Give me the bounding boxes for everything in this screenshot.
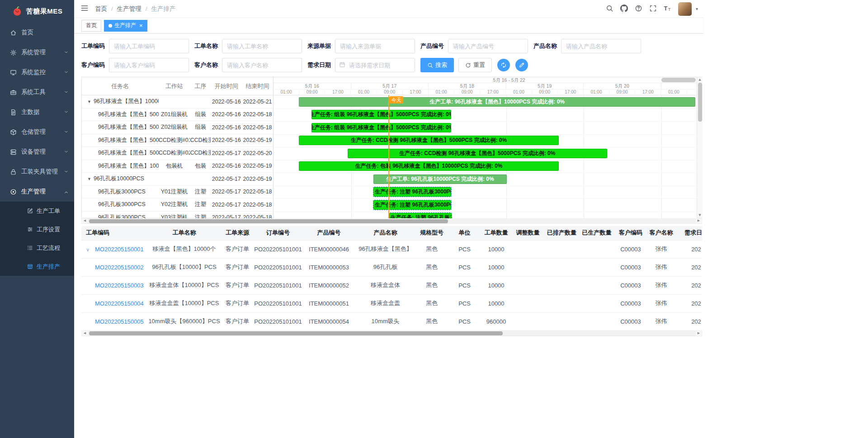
gantt-bar[interactable]: 生产任务: CCD检测 96孔移液盒【黑色】5000PCS 完成比例: 0% bbox=[299, 136, 559, 145]
tab-首页[interactable]: 首页 bbox=[81, 20, 101, 32]
gantt-task-row[interactable]: ▼96孔移液盒【黑色】10000PCS2022-05-162022-05-21 bbox=[82, 95, 273, 108]
scrollbar-track[interactable] bbox=[88, 331, 696, 336]
gantt-bar[interactable]: 生产任务: 注塑 96孔孔板3000PCS 完成比例: 0% bbox=[373, 187, 451, 197]
order-row[interactable]: MO202205150004移液盒盒盖【10000】PCS客户订单PO20220… bbox=[81, 294, 702, 312]
sidebar-item-system-monitor[interactable]: 系统监控 bbox=[0, 62, 74, 82]
customer-code-input[interactable] bbox=[109, 58, 189, 72]
sidebar-item-production-scheduling[interactable]: 生产排产 bbox=[0, 257, 74, 276]
help-icon[interactable] bbox=[635, 5, 642, 14]
row-expand-icon[interactable]: ∨ bbox=[86, 247, 95, 253]
search-icon[interactable] bbox=[606, 5, 613, 14]
search-button[interactable]: 搜索 bbox=[420, 58, 454, 72]
sidebar-item-process-flow[interactable]: 工艺流程 bbox=[0, 239, 74, 257]
scrollbar-thumb[interactable] bbox=[698, 83, 702, 122]
sidebar-item-system-tools[interactable]: 系统工具 bbox=[0, 82, 74, 102]
sidebar-item-fixture-management[interactable]: 工装夹具管理 bbox=[0, 162, 74, 182]
gantt-bar[interactable]: 生产工单: 96孔孔板10000PCS 完成比例: 0% bbox=[373, 174, 507, 184]
filter-label: 产品编号 bbox=[420, 42, 444, 50]
scroll-right-icon[interactable]: ▶ bbox=[696, 332, 702, 335]
gantt-day-header: 5月 19 bbox=[506, 83, 584, 89]
user-avatar[interactable] bbox=[678, 2, 692, 16]
sidebar-item-warehouse-management[interactable]: 仓储管理 bbox=[0, 122, 74, 142]
caret-down-icon[interactable]: ▾ bbox=[696, 6, 698, 11]
gantt-task-row[interactable]: ▼96孔孔板10000PCS2022-05-172022-05-19 bbox=[82, 173, 273, 186]
gantt-day-header: 5月 16 bbox=[274, 83, 351, 89]
font-size-icon[interactable]: TT bbox=[664, 5, 671, 14]
scroll-down-icon[interactable]: ▼ bbox=[698, 214, 701, 217]
workorder-link[interactable]: MO202205150002 bbox=[95, 264, 144, 271]
product-name-input[interactable] bbox=[561, 39, 641, 53]
gantt-day-filler bbox=[661, 83, 697, 89]
scroll-left-icon[interactable]: ◀ bbox=[82, 219, 88, 222]
scroll-right-icon[interactable]: ▶ bbox=[696, 219, 702, 222]
scrollbar-thumb[interactable] bbox=[89, 219, 448, 223]
gantt-task-row[interactable]: 96孔移液盒【黑色】10000PCS包装机包装2022-05-162022-05… bbox=[82, 160, 273, 173]
scrollbar-track[interactable] bbox=[88, 218, 696, 223]
gantt-task-row[interactable]: 96孔移液盒【黑色】5000PCSCCD检测#01CCD检测2022-05-16… bbox=[82, 134, 273, 147]
close-icon[interactable]: × bbox=[139, 23, 143, 28]
sidebar-item-system-management[interactable]: 系统管理 bbox=[0, 42, 74, 62]
breadcrumb-item[interactable]: 生产管理 bbox=[117, 5, 142, 13]
sidebar-item-home[interactable]: 首页 bbox=[0, 23, 74, 42]
scroll-left-icon[interactable]: ◀ bbox=[82, 332, 88, 335]
sidebar-item-label: 首页 bbox=[21, 28, 33, 37]
workorder-link[interactable]: MO202205150004 bbox=[95, 300, 144, 307]
gantt-task-row[interactable]: 96孔孔板3000PCSY01注塑机注塑2022-05-172022-05-18 bbox=[82, 186, 273, 199]
gantt-task-name: 96孔移液盒【黑色】5000PCS bbox=[82, 149, 159, 157]
gantt-vertical-scrollbar[interactable]: ▲ ▼ bbox=[697, 77, 703, 218]
breadcrumb-item[interactable]: 首页 bbox=[95, 5, 107, 13]
order-cell: MO202205150005 bbox=[81, 312, 147, 330]
app-logo[interactable]: 苦糖果MES bbox=[0, 0, 74, 23]
tree-expand-icon[interactable]: ▼ bbox=[87, 177, 91, 181]
orders-table: 工单编码工单名称工单来源订单编号产品编号产品名称规格型号单位工单数量调整数量已排… bbox=[81, 226, 702, 331]
gantt-bar-label: 生产任务: 组装 96孔移液盒【黑色】5000PCS 完成比例: 0% bbox=[311, 124, 451, 132]
gantt-task-row[interactable]: 96孔孔板3000PCSY02注塑机注塑2022-05-172022-05-18 bbox=[82, 198, 273, 212]
order-row[interactable]: MO20220515000296孔孔板【10000】PCS客户订单PO20220… bbox=[81, 258, 702, 276]
workorder-name-input[interactable] bbox=[222, 39, 302, 53]
gantt-task-row[interactable]: 96孔移液盒【黑色】5000PCSZ01组装机组装2022-05-162022-… bbox=[82, 108, 273, 122]
edit-circle-button[interactable] bbox=[515, 59, 528, 71]
orders-horizontal-scrollbar[interactable]: ◀ ▶ bbox=[81, 331, 702, 336]
sidebar-item-process-settings[interactable]: 工序设置 bbox=[0, 220, 74, 239]
gantt-bar[interactable]: 生产任务: 组装 96孔移液盒【黑色】5000PCS 完成比例: 0% bbox=[311, 110, 451, 119]
sidebar-item-production-management[interactable]: 生产管理 bbox=[0, 182, 74, 202]
gantt-task-row[interactable]: 96孔孔板3000PCSY03注塑机注塑2022-05-172022-05-18 bbox=[82, 212, 273, 219]
source-doc-input[interactable] bbox=[335, 39, 415, 53]
gantt-horizontal-scrollbar[interactable]: ◀ ▶ bbox=[81, 218, 702, 224]
refresh-circle-button[interactable] bbox=[497, 59, 510, 71]
github-icon[interactable] bbox=[620, 5, 628, 14]
gantt-bar[interactable]: 生产任务: 包装 96孔移液盒【黑色】10000PCS 完成比例: 0% bbox=[299, 161, 559, 171]
gantt-bar[interactable]: 生产任务: CCD检测 96孔移液盒【黑色】5000PCS 完成比例: 0% bbox=[348, 149, 607, 158]
gantt-bar[interactable]: 生产任务: 组装 96孔移液盒【黑色】5000PCS 完成比例: 0% bbox=[311, 123, 451, 132]
gantt-bar[interactable]: 生产任务: 注塑 96孔孔板3000PCS 完成比例: 0% bbox=[373, 200, 451, 210]
tab-生产排产[interactable]: 生产排产× bbox=[104, 20, 147, 32]
order-row[interactable]: MO202205150003移液盒盒体【10000】PCS客户订单PO20220… bbox=[81, 276, 702, 294]
workorder-link[interactable]: MO202205150003 bbox=[95, 282, 144, 289]
workorder-code-input[interactable] bbox=[109, 39, 189, 53]
scroll-up-icon[interactable]: ▲ bbox=[698, 78, 701, 81]
gantt-header-scrollbar-thumb[interactable] bbox=[661, 78, 696, 82]
gantt-hour-header: 01:00 bbox=[584, 89, 609, 95]
sidebar-item-production-workorder[interactable]: 生产工单 bbox=[0, 202, 74, 220]
order-row[interactable]: MO20220515000510mm吸头【960000】PCS客户订单PO202… bbox=[81, 312, 702, 330]
tree-expand-icon[interactable]: ▼ bbox=[87, 99, 91, 104]
sidebar-item-master-data[interactable]: 主数据 bbox=[0, 102, 74, 122]
workorder-link[interactable]: MO202205150001 bbox=[95, 246, 144, 253]
reset-button[interactable]: 重置 bbox=[458, 58, 492, 72]
scrollbar-thumb[interactable] bbox=[89, 331, 503, 335]
gantt-bar-label: 生产任务: 注塑 96孔孔板3000PCS 完成比例: 0% bbox=[375, 201, 451, 209]
gantt-end-date: 2022-05-19 bbox=[242, 176, 273, 182]
fullscreen-icon[interactable] bbox=[649, 5, 657, 14]
sidebar-item-equipment-management[interactable]: 设备管理 bbox=[0, 142, 74, 162]
gantt-task-row[interactable]: 96孔移液盒【黑色】5000PCSZ02组装机组装2022-05-162022-… bbox=[82, 121, 273, 134]
gantt-bar[interactable]: 生产任务: 注塑 96孔孔板3000PCS 完成比例: 0% bbox=[389, 213, 452, 218]
gantt-task-row[interactable]: 96孔移液盒【黑色】5000PCSCCD检测#02CCD检测2022-05-17… bbox=[82, 147, 273, 160]
order-row[interactable]: ∨MO202205150001移液盒【黑色】10000个客户订单PO202205… bbox=[81, 240, 702, 258]
gantt-bar[interactable]: 生产工单: 96孔移液盒【黑色】10000PCS 完成比例: 0% bbox=[299, 97, 695, 107]
demand-date-input[interactable] bbox=[335, 58, 415, 72]
product-code-input[interactable] bbox=[448, 39, 528, 53]
input-wrap bbox=[109, 58, 189, 72]
customer-name-input[interactable] bbox=[222, 58, 302, 72]
hamburger-icon[interactable] bbox=[74, 4, 95, 14]
workorder-link[interactable]: MO202205150005 bbox=[95, 318, 144, 325]
